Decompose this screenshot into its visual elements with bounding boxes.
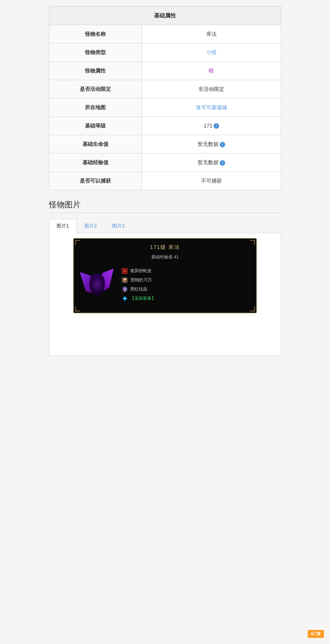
game-card-title: 171级 库法 <box>79 244 251 251</box>
info-icon[interactable]: i <box>214 123 219 129</box>
table-value-cell: 171i <box>142 117 281 135</box>
table-label-cell: 基础经验值 <box>49 154 142 172</box>
tabs-header: 图片1图片2图片3 <box>49 219 281 233</box>
table-value-cell: 小怪 <box>142 43 281 62</box>
drops-list: 🔸诡异的蛇皮📦雪翎的刀刃🔮黑红结晶💠【追加装备】 <box>122 268 251 305</box>
tab-item-2[interactable]: 图片2 <box>77 219 105 233</box>
info-icon[interactable]: i <box>220 142 225 147</box>
section-title: 怪物图片 <box>49 199 281 213</box>
table-value-cell: 不可捕获 <box>142 172 281 190</box>
table-label-cell: 基础生命值 <box>49 135 142 154</box>
table-value-cell: 非活动限定 <box>142 80 281 98</box>
tab-item-3[interactable]: 图片3 <box>105 219 132 233</box>
drop-item: 📦雪翎的刀刃 <box>122 277 251 283</box>
drop-icon: 📦 <box>122 277 128 283</box>
drop-icon: 💠 <box>122 295 128 302</box>
table-label-cell: 是否活动限定 <box>49 80 142 98</box>
table-value-cell: 库法 <box>142 25 281 43</box>
table-value-cell: 暂无数据i <box>142 135 281 154</box>
tabs-container: 图片1图片2图片3 171级 库法 基础经验值 41 <box>49 219 281 356</box>
body-glow <box>91 277 103 292</box>
tab-content: 171级 库法 基础经验值 41 🔸诡异的蛇皮📦雪翎 <box>49 233 281 356</box>
game-card-content: 🔸诡异的蛇皮📦雪翎的刀刃🔮黑红结晶💠【追加装备】 <box>79 265 251 308</box>
table-label-cell: 基础等级 <box>49 117 142 135</box>
sprite-body <box>82 265 112 302</box>
corner-tl <box>75 240 80 245</box>
drop-item: 🔮黑红结晶 <box>122 286 251 292</box>
info-icon[interactable]: i <box>220 160 225 166</box>
drop-item: 💠【追加装备】 <box>122 295 251 302</box>
table-label-cell: 所在地图 <box>49 98 142 117</box>
table-label-cell: 怪物类型 <box>49 43 142 62</box>
monster-sprite <box>79 265 116 308</box>
table-label-cell: 怪物名称 <box>49 25 142 43</box>
drop-text: 诡异的蛇皮 <box>130 268 152 274</box>
drop-item: 🔸诡异的蛇皮 <box>122 268 251 274</box>
corner-br <box>250 306 255 311</box>
table-value-cell: 暗 <box>142 62 281 80</box>
drop-icon: 🔸 <box>122 268 128 274</box>
table-label-cell: 是否可以捕获 <box>49 172 142 190</box>
drop-text: 黑红结晶 <box>130 287 147 292</box>
table-label-cell: 怪物属性 <box>49 62 142 80</box>
monster-image-section: 怪物图片 图片1图片2图片3 171级 库法 基础经验值 41 <box>49 199 281 356</box>
drop-icon: 🔮 <box>122 286 128 292</box>
drop-text: 雪翎的刀刃 <box>130 277 152 283</box>
table-header: 基础属性 <box>49 6 281 25</box>
corner-tr <box>250 240 255 245</box>
game-screenshot: 171级 库法 基础经验值 41 🔸诡异的蛇皮📦雪翎 <box>73 238 257 313</box>
table-value-cell: 暂无数据i <box>142 154 281 172</box>
game-card-exp: 基础经验值 41 <box>79 254 251 260</box>
basic-attributes-table: 基础属性 怪物名称库法怪物类型小怪怪物属性暗是否活动限定非活动限定所在地图洛可可… <box>49 6 281 190</box>
drop-text[interactable]: 【追加装备】 <box>130 296 156 301</box>
table-value-cell: 洛可可废墟城 <box>142 98 281 117</box>
tab-item-1[interactable]: 图片1 <box>49 219 77 233</box>
